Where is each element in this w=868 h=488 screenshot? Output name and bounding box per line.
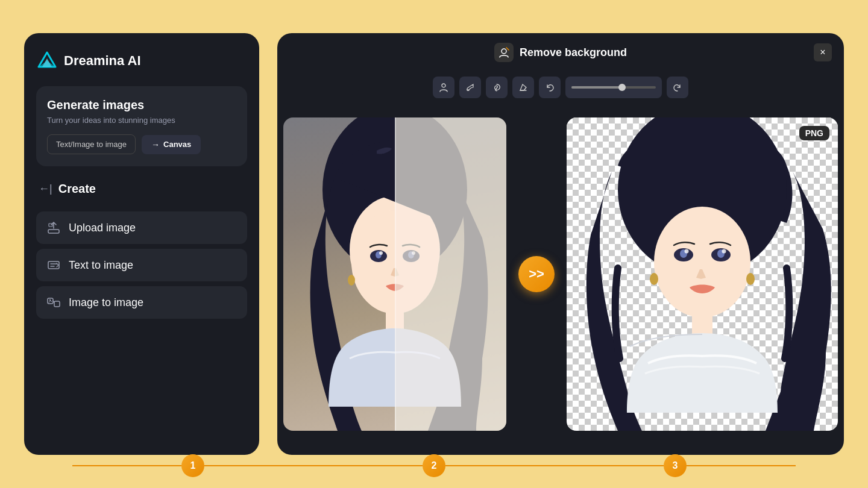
svg-point-23 bbox=[348, 275, 355, 286]
svg-point-32 bbox=[722, 249, 726, 254]
step-1-number: 1 bbox=[190, 460, 196, 471]
text-to-image-label: Text to image bbox=[69, 259, 133, 272]
step-1-circle: 1 bbox=[181, 454, 204, 477]
eraser-tool-button[interactable] bbox=[512, 77, 534, 98]
step-1-line-left bbox=[72, 465, 181, 466]
svg-point-11 bbox=[442, 84, 445, 87]
toolbar bbox=[277, 72, 844, 105]
svg-rect-7 bbox=[54, 301, 60, 307]
create-label: Create bbox=[58, 182, 96, 196]
img-img-icon bbox=[47, 296, 60, 309]
split-line bbox=[395, 117, 396, 431]
step-2-line-left bbox=[313, 465, 423, 466]
generate-title: Generate images bbox=[47, 98, 236, 112]
step-2-circle: 2 bbox=[423, 454, 445, 477]
svg-point-26 bbox=[654, 207, 750, 318]
step-3-circle: 3 bbox=[664, 454, 687, 477]
menu-item-image-to-image[interactable]: Image to image bbox=[36, 286, 247, 319]
text-image-button[interactable]: Text/Image to image bbox=[47, 134, 136, 154]
top-bar-title: Remove background bbox=[494, 43, 627, 62]
create-row: ←| Create bbox=[36, 176, 247, 202]
slider-fill bbox=[571, 86, 622, 89]
upload-icon bbox=[47, 221, 60, 234]
step-3-number: 3 bbox=[673, 460, 678, 471]
left-panel: Dreamina AI Generate images Turn your id… bbox=[24, 33, 259, 455]
svg-point-21 bbox=[379, 251, 383, 255]
main-content: >> bbox=[277, 105, 844, 455]
menu-item-text-to-image[interactable]: Text to image bbox=[36, 249, 247, 281]
redo-button[interactable] bbox=[667, 77, 688, 98]
generate-buttons: Text/Image to image → Canvas bbox=[47, 134, 236, 154]
undo-button[interactable] bbox=[539, 77, 561, 98]
svg-point-34 bbox=[746, 273, 755, 285]
generate-subtitle: Turn your ideas into stunning images bbox=[47, 116, 236, 125]
svg-point-31 bbox=[685, 249, 689, 254]
brush-size-slider[interactable] bbox=[565, 77, 662, 98]
menu-items: Upload image Text to image bbox=[36, 211, 247, 319]
step-2-line-right bbox=[445, 465, 555, 466]
menu-item-upload[interactable]: Upload image bbox=[36, 211, 247, 244]
logo-icon bbox=[36, 50, 58, 72]
svg-point-9 bbox=[502, 49, 506, 54]
slider-thumb bbox=[618, 84, 626, 91]
svg-point-12 bbox=[467, 89, 469, 91]
result-image: PNG bbox=[567, 117, 838, 431]
panel-title: Remove background bbox=[520, 46, 627, 59]
upload-label: Upload image bbox=[69, 222, 136, 234]
right-panel: Remove background × bbox=[277, 33, 844, 455]
image-to-image-label: Image to image bbox=[69, 296, 143, 309]
svg-line-10 bbox=[506, 48, 509, 50]
anime-girl-result-svg bbox=[567, 117, 838, 431]
logo-text: Dreamina AI bbox=[64, 53, 141, 69]
svg-rect-5 bbox=[48, 261, 59, 269]
step-2-number: 2 bbox=[432, 460, 437, 471]
lasso-tool-button[interactable] bbox=[486, 77, 508, 98]
step-3-line-left bbox=[555, 465, 664, 466]
svg-point-33 bbox=[650, 273, 658, 285]
original-image bbox=[283, 117, 506, 431]
split-overlay bbox=[395, 117, 506, 431]
arrow-icon: → bbox=[151, 140, 160, 149]
svg-rect-3 bbox=[48, 230, 59, 233]
step-2-group: 2 bbox=[313, 454, 555, 477]
step-3-group: 3 bbox=[555, 454, 796, 477]
logo-row: Dreamina AI bbox=[36, 48, 247, 77]
step-1-group: 1 bbox=[72, 454, 313, 477]
slider-track bbox=[571, 86, 656, 89]
remove-bg-icon bbox=[494, 43, 514, 62]
brush-tool-button[interactable] bbox=[459, 77, 481, 98]
back-icon: ←| bbox=[39, 183, 52, 195]
canvas-label: Canvas bbox=[163, 140, 191, 149]
generate-card: Generate images Turn your ideas into stu… bbox=[36, 86, 247, 166]
png-badge: PNG bbox=[799, 126, 829, 140]
text-image-icon bbox=[47, 258, 60, 272]
step-1-line-right bbox=[204, 465, 313, 466]
convert-arrow-button[interactable]: >> bbox=[518, 256, 555, 292]
top-bar: Remove background × bbox=[277, 33, 844, 72]
close-button[interactable]: × bbox=[814, 43, 832, 61]
step-indicators: 1 2 3 bbox=[0, 454, 868, 477]
person-tool-button[interactable] bbox=[433, 77, 454, 98]
canvas-button[interactable]: → Canvas bbox=[142, 135, 201, 154]
step-3-line-right bbox=[687, 465, 796, 466]
